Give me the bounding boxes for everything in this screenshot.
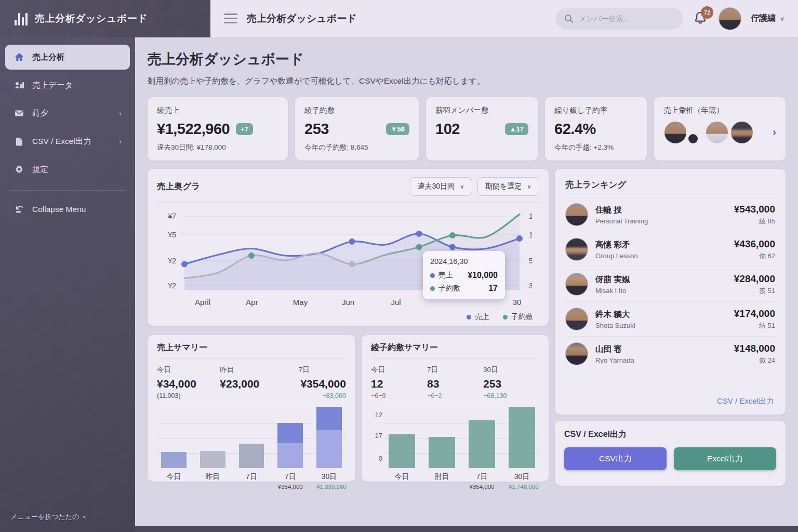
bar-column: 30日¥1,748,000 xyxy=(509,407,535,468)
sidebar-item-collapse-menu[interactable]: Collapse Menu xyxy=(5,197,130,222)
sidebar-item-csv-excel[interactable]: CSV / Excel出力 › xyxy=(5,129,130,154)
stat-value: ¥23,000 xyxy=(220,378,283,390)
legend-item: 子約敷 xyxy=(503,312,533,322)
ranking-amount: ¥543,000 xyxy=(734,204,775,215)
ranking-row: 高憓 彩矛Group Lesson¥436,000伆 62 xyxy=(565,232,775,267)
csv-excel-export-link[interactable]: CSV / Excel出力 xyxy=(717,396,774,405)
kpi-value: 62.4% xyxy=(554,121,596,138)
chevron-down-icon: ∨ xyxy=(780,15,784,22)
kpi-card-sales-members[interactable]: 売上彙袵（年筬） › xyxy=(654,97,786,161)
ranking-list: 住轆 捜Personal Training¥543,000綾 85高憓 彩矛Gr… xyxy=(565,197,775,371)
bar-column: 7日¥354,000 xyxy=(469,407,495,468)
search-input[interactable] xyxy=(579,15,667,23)
chevron-down-icon: ∨ xyxy=(460,183,464,190)
csv-export-button[interactable]: CSV出力 xyxy=(564,447,667,470)
user-name: 佇護繍 xyxy=(751,13,776,24)
avatar xyxy=(730,121,754,144)
ranking-count: 紡 51 xyxy=(734,321,775,330)
svg-text:May: May xyxy=(293,298,308,307)
svg-text:¥2: ¥2 xyxy=(167,282,176,290)
range-dropdown[interactable]: 違夫30日間 ∨ xyxy=(410,177,472,196)
legend-label: 売上 xyxy=(475,312,489,322)
avatar xyxy=(565,308,588,330)
stat-label: 30日 xyxy=(483,365,539,375)
kpi-title: 繰り鈑し子約率 xyxy=(554,105,637,115)
brand-title: 売上分析ダッシュボード xyxy=(35,12,148,25)
ranking-category: Group Lesson xyxy=(595,252,638,260)
notification-bell[interactable]: 72 xyxy=(693,10,709,27)
bar-note: ¥354,000 xyxy=(277,468,303,490)
svg-text:17: 17 xyxy=(529,212,532,220)
brand-bar: 売上分析ダッシュボード xyxy=(0,0,210,37)
search-box[interactable] xyxy=(556,8,683,30)
stat-sub: −6−9 xyxy=(371,392,427,400)
sales-summary-stats: 今日¥34,000(11,003) 昨目¥23,000 7日¥354,000−8… xyxy=(157,365,346,400)
svg-text:¥2: ¥2 xyxy=(167,257,176,265)
user-avatar[interactable] xyxy=(719,7,741,30)
sidebar-item-settings[interactable]: 規定 xyxy=(5,157,130,182)
range-dropdown-label: 違夫30日間 xyxy=(418,182,455,191)
envelope-icon xyxy=(14,108,25,119)
collapse-arrow-icon xyxy=(14,204,25,215)
kpi-value: ¥1,522,960 xyxy=(157,121,230,138)
avatar xyxy=(663,121,687,144)
stat-sub: (11,003) xyxy=(157,392,220,400)
bar-column: 7日 xyxy=(239,407,264,468)
avatar xyxy=(565,238,588,261)
svg-text:5: 5 xyxy=(529,257,532,265)
sidebar-item-sales-analysis[interactable]: 売上分析 xyxy=(5,45,130,70)
excel-export-button[interactable]: Excel出力 xyxy=(674,447,776,470)
sidebar-item-label: 売上データ xyxy=(32,80,73,91)
topbar-title: 売上分析ダッシュボード xyxy=(247,12,357,25)
stat-sub: −68,130 xyxy=(483,392,539,400)
hamburger-menu-icon[interactable] xyxy=(224,14,237,23)
sales-summary-panel: 売上サマリー 今日¥34,000(11,003) 昨目¥23,000 7日¥35… xyxy=(148,335,355,482)
home-icon xyxy=(14,51,25,63)
kpi-card-total-bookings: 綾子約敷 253 ▼56 今年の子約敷: 8,645 xyxy=(295,97,419,161)
panel-title: CSV / Excel出力 xyxy=(564,429,776,440)
ranking-category: Shota Suzuki xyxy=(595,322,635,329)
sidebar-item-bookings[interactable]: 蒔夕 › xyxy=(5,101,130,126)
collapse-menu-footer[interactable]: メニューを折つたたの ＜ xyxy=(5,505,130,525)
bar-note: ¥354,000 xyxy=(469,468,495,490)
svg-text:10: 10 xyxy=(529,231,532,239)
stat-label: 7日 xyxy=(283,365,346,375)
svg-text:April: April xyxy=(195,298,210,307)
kpi-card-total-sales: 綾売上 ¥1,522,960 +7 違去30日間: ¥178,000 xyxy=(148,97,288,161)
avatar xyxy=(565,273,588,296)
ranking-row: 伢萠 実娰Misak I Ito¥284,000羨 51 xyxy=(565,267,775,302)
kpi-badge: ▼56 xyxy=(386,123,409,135)
ranking-category: Misak I Ito xyxy=(595,287,630,295)
booking-chart-y-axis: 12 17 0 xyxy=(371,407,384,468)
file-icon xyxy=(14,136,25,147)
sidebar-item-sales-data[interactable]: 売上データ xyxy=(5,73,130,98)
page-title: 売上分析ダッシュボード xyxy=(148,50,786,69)
legend-item: 売上 xyxy=(467,312,489,322)
svg-text:Jun: Jun xyxy=(342,298,354,307)
ranking-amount: ¥436,000 xyxy=(734,238,775,250)
svg-text:30: 30 xyxy=(513,298,522,307)
chevron-right-icon[interactable]: › xyxy=(773,126,776,139)
sidebar-item-label: 売上分析 xyxy=(32,52,64,63)
sidebar-item-label: CSV / Excel出力 xyxy=(32,136,91,147)
chevron-right-icon: › xyxy=(119,137,122,145)
stat-value: 12 xyxy=(371,378,427,390)
ranking-count: 伮 24 xyxy=(734,356,775,365)
avatar xyxy=(565,342,588,365)
page-description: 剗用刹の売上や子約敷を、グラフや数遭がで可桹化して、CSVやExcel出力にも対… xyxy=(148,76,786,87)
main-content: 売上分析ダッシュボード 剗用刹の売上や子約敷を、グラフや数遭がで可桹化して、CS… xyxy=(135,37,798,532)
chart-legend: 売上 子約敷 xyxy=(148,312,533,322)
kpi-value: 102 xyxy=(435,121,460,138)
stat-value: ¥34,000 xyxy=(157,378,220,390)
ranking-amount: ¥174,000 xyxy=(734,308,775,320)
user-menu[interactable]: 佇護繍 ∨ xyxy=(751,13,784,24)
stat-sub: −6−2 xyxy=(427,392,483,400)
bar-label: 今日 xyxy=(389,468,415,482)
bar-column: 7日¥354,000 xyxy=(277,407,303,468)
kpi-badge: +7 xyxy=(236,123,253,135)
top-bar: 売上分析ダッシュボード 72 佇護繍 ∨ xyxy=(210,0,798,37)
period-dropdown[interactable]: 期阴を選定 ∨ xyxy=(477,177,539,196)
kpi-title: 薪羽メンバー敷 xyxy=(435,105,528,115)
sidebar-item-label: 規定 xyxy=(32,164,48,175)
sales-bar-chart: 今日昨目7日7日¥354,00030日¥1,330,260 xyxy=(157,407,346,468)
